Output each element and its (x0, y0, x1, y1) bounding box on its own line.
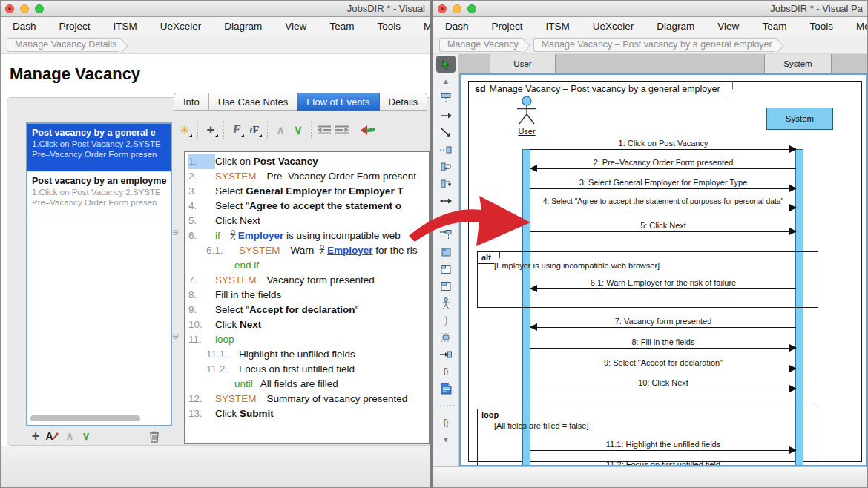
add-step-icon[interactable]: + (202, 120, 220, 139)
reentrant-message-tool-icon[interactable] (436, 158, 456, 175)
scroll-down-icon[interactable]: ▼ (436, 431, 456, 448)
move-down-icon[interactable]: ∨ (79, 429, 93, 444)
menu-itsm[interactable]: ITSM (114, 21, 137, 32)
flow-step-end-if[interactable]: end if (185, 258, 429, 273)
flow-step-5[interactable]: 5.Click Next (185, 214, 429, 228)
flow-step-12[interactable]: 12.SYSTEMSummary of vacancy presented (185, 392, 429, 406)
header-tab-user[interactable]: User (490, 54, 556, 73)
sd-frame-label[interactable]: sdManage Vacancy – Post vacancy by a gen… (468, 81, 733, 96)
header-tab-system[interactable]: System (765, 54, 832, 73)
pointer-tool-icon[interactable] (436, 56, 456, 73)
flow-step-11[interactable]: 11.loop (185, 332, 429, 347)
move-up-icon[interactable]: ∧ (272, 120, 289, 139)
constraint-arrow-tool-icon[interactable]: {} (436, 363, 456, 380)
apply-icon[interactable]: ∨ (289, 120, 307, 139)
menu-view[interactable]: View (285, 21, 306, 32)
actor-tool-icon[interactable] (436, 294, 456, 311)
minimize-button[interactable] (453, 4, 461, 13)
flow-step-7[interactable]: 7.SYSTEMVacancy form presented (185, 273, 429, 288)
zoom-button[interactable] (467, 4, 476, 13)
tab-use-case-notes[interactable]: Use Case Notes (209, 93, 298, 111)
menu-uexceler[interactable]: UeXceler (160, 21, 202, 32)
collapse-icon[interactable]: ⊖ (172, 332, 179, 340)
fragment-loop[interactable]: loop [All fields are filled = false] (477, 409, 818, 466)
breadcrumb-diagram[interactable]: Manage Vacancy – Post vacancy by a gener… (533, 38, 777, 52)
diagram-canvas[interactable]: sdManage Vacancy – Post vacancy by a gen… (459, 73, 867, 466)
titlebar[interactable]: JobsDIR * - Visual (1, 1, 430, 17)
menu-modeling[interactable]: M (424, 21, 430, 32)
flow-step-2[interactable]: 2.SYSTEMPre–Vacancy Order Form present (185, 169, 429, 184)
horizontal-scrollbar[interactable] (30, 415, 140, 421)
flow-step-10[interactable]: 10.Click Next (185, 317, 429, 332)
create-message-tool-icon[interactable] (436, 141, 456, 158)
separator-tool-icon[interactable]: ······ (436, 397, 456, 414)
use-case-list[interactable]: Post vacancy by a general e 1.Click on P… (26, 122, 172, 426)
flow-step-11-1[interactable]: 11.1.Highlight the unfilled fields (185, 347, 429, 362)
menu-project[interactable]: Project (59, 21, 91, 32)
menu-diagram[interactable]: Diagram (657, 21, 694, 32)
note-tool-icon[interactable] (436, 380, 456, 397)
flow-step-4[interactable]: 4.Select "Agree to accept the statement … (185, 199, 429, 214)
message-tool-icon[interactable] (436, 107, 456, 124)
lifeline-tool-icon[interactable] (436, 90, 456, 107)
tab-flow-of-events[interactable]: Flow of Events (297, 93, 379, 111)
menu-itsm[interactable]: ITSM (546, 21, 570, 32)
move-up-icon[interactable]: ∧ (62, 429, 77, 444)
menu-diagram[interactable]: Diagram (224, 21, 262, 32)
flow-step-8[interactable]: 8.Fill in the fields (185, 288, 429, 303)
employer-link[interactable]: Employer (327, 245, 373, 256)
actor-user[interactable] (513, 96, 540, 127)
titlebar[interactable]: JobsDIR * - Visual Pa (433, 1, 867, 17)
flow-step-6-1[interactable]: 6.1.SYSTEMWarn Employer for the ris (185, 243, 429, 258)
zoom-button[interactable] (35, 4, 44, 13)
tab-info[interactable]: Info (174, 93, 209, 111)
menu-dash[interactable]: Dash (445, 21, 469, 32)
ref-fragment-tool-icon[interactable] (436, 277, 456, 294)
tab-details[interactable]: Details (380, 93, 428, 111)
close-button[interactable] (438, 4, 447, 13)
activation-tool-icon[interactable] (436, 329, 456, 346)
menu-team[interactable]: Team (329, 21, 354, 32)
text-format-icon[interactable]: fF (246, 120, 263, 139)
flow-step-13[interactable]: 13.Click Submit (185, 406, 429, 421)
flow-step-11-2[interactable]: 11.2.Focus on first unfilled field (185, 362, 429, 377)
menu-tools[interactable]: Tools (809, 21, 833, 32)
minimize-button[interactable] (20, 4, 29, 13)
outdent-icon[interactable] (315, 120, 333, 139)
self-message-tool-icon[interactable] (436, 124, 456, 141)
menu-project[interactable]: Project (492, 21, 523, 32)
alt-fragment-tool-icon[interactable] (436, 260, 456, 277)
breadcrumb-manage-vacancy[interactable]: Manage Vacancy (439, 38, 523, 52)
menu-tools[interactable]: Tools (377, 21, 401, 32)
indent-icon[interactable] (333, 120, 351, 139)
delete-icon[interactable] (147, 429, 162, 444)
flow-step-9[interactable]: 9.Select "Accept for declaration" (185, 303, 429, 317)
use-case-item[interactable]: Post vacancy by a general e 1.Click on P… (27, 124, 171, 172)
menu-team[interactable]: Team (762, 21, 786, 32)
flow-step-1[interactable]: 1.Click on Post Vacancy (185, 154, 429, 169)
lifeline-system[interactable]: System (766, 108, 833, 130)
use-case-item[interactable]: Post vacancy by an employme 1.Click on P… (27, 172, 171, 220)
close-button[interactable] (5, 4, 14, 13)
flow-of-events-list[interactable]: 1.Click on Post Vacancy 2.SYSTEMPre–Vaca… (184, 151, 430, 444)
flow-step-3[interactable]: 3.Select General Employer for Employer T (185, 184, 429, 199)
menu-view[interactable]: View (717, 21, 739, 32)
flow-step-until[interactable]: untilAll fields are filled (185, 377, 429, 392)
edit-icon[interactable]: A (45, 429, 59, 444)
new-step-icon[interactable]: ✳ (176, 120, 194, 139)
collapse-icon[interactable]: ⊖ (172, 228, 179, 237)
add-icon[interactable]: + (28, 429, 43, 444)
menu-dash[interactable]: Dash (13, 21, 36, 32)
menu-uexceler[interactable]: UeXceler (593, 21, 634, 32)
scroll-up-icon[interactable]: ▲ (436, 73, 456, 90)
sync-diagram-icon[interactable] (359, 120, 377, 139)
employer-link[interactable]: Employer (238, 230, 284, 241)
gate-tool-icon[interactable] (436, 346, 456, 363)
menu-modeling[interactable]: Mo (856, 21, 867, 32)
italic-format-icon[interactable]: F (228, 120, 246, 139)
breadcrumb[interactable]: Manage Vacancy Details (7, 38, 121, 52)
flow-step-6[interactable]: 6.ifEmployer is using incompatible web (185, 228, 429, 243)
step-number: 2. (188, 169, 215, 184)
duration-constraint-tool-icon[interactable]: ) (436, 311, 456, 329)
constraint-tool-icon[interactable]: {} (436, 414, 456, 431)
